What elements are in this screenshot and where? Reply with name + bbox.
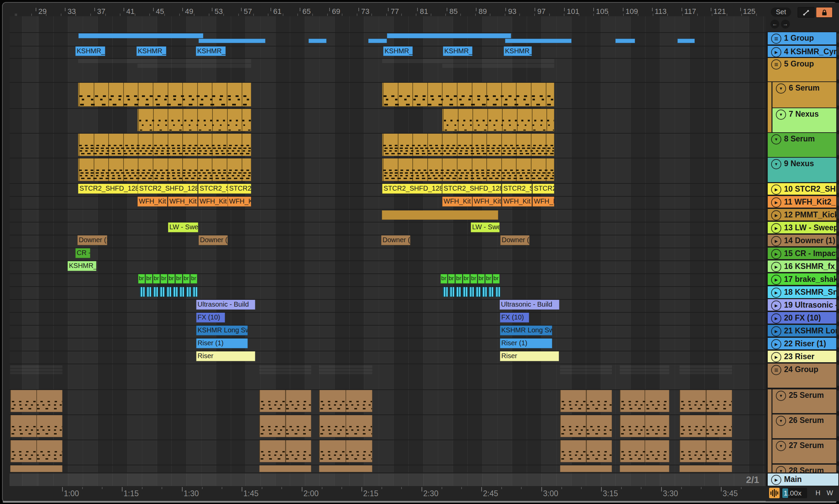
lw-sweep-clip[interactable]: LW - Swe [168,222,198,232]
wfh-kit-clip[interactable]: WFH_Kit [198,196,228,206]
brake-shak-clip[interactable]: br [153,274,160,284]
track-header-9-nexus[interactable]: ▼9 Nexus [768,158,836,182]
kshmr-cym-clip[interactable]: KSHMR_ [504,46,532,56]
wfh-kit-clip[interactable]: WFH_Kit [138,196,167,206]
play-icon[interactable]: ▶ [771,339,781,349]
play-icon[interactable]: ▶ [771,236,781,246]
pmmt-kick-clip[interactable] [382,210,498,220]
kshmr-sn-clip[interactable] [495,287,500,297]
brake-shak-clip[interactable]: br [455,274,462,284]
time-ruler[interactable]: 1:001:151:301:452:002:152:302:453:003:15… [10,487,766,501]
track-header-15-cr-impact[interactable]: ▶15 CR - Impact [768,248,836,259]
serum-26-clip[interactable] [319,415,372,437]
kshmr-sn-clip[interactable] [159,287,164,297]
serum-27-clip[interactable] [560,440,612,462]
group-1-clip[interactable] [368,39,387,43]
wfh-kit-clip[interactable]: WFH_Kit [168,196,197,206]
brake-shak-clip[interactable]: br [485,274,492,284]
nexus-9-clip[interactable] [382,158,554,181]
kshmr-sn-clip[interactable] [153,287,158,297]
kshmr-fx-clip[interactable]: KSHMR_ [68,261,97,271]
window-bottom-scrollbar[interactable] [3,501,836,503]
track-header-5-group[interactable]: ≡5 Group [768,58,836,82]
track-header-14-downer-1[interactable]: ▶14 Downer (1) [768,235,836,246]
brake-shak-clip[interactable]: br [478,274,485,284]
play-icon[interactable]: ▶ [771,326,781,337]
downer-clip[interactable]: Downer (1) [381,235,410,245]
group-fold-icon[interactable]: ≡ [771,365,781,375]
serum-27-clip[interactable] [319,440,372,462]
group-fold-icon[interactable]: ≡ [771,59,781,70]
serum-26-clip[interactable] [680,415,732,437]
play-icon[interactable]: ▶ [771,223,781,233]
chevron-down-icon[interactable]: ▼ [776,416,786,426]
serum-28-clip[interactable] [620,465,669,472]
serum-28-clip[interactable] [259,465,311,472]
chevron-down-icon[interactable]: ▼ [776,110,786,120]
wfh-kit-clip[interactable]: WFH_Kit [442,196,472,206]
serum-26-clip[interactable] [560,415,612,437]
brake-shak-clip[interactable]: br [190,274,197,284]
stcr2-clip[interactable]: STCR2_SHFD_128 [442,183,501,194]
fx-10-clip[interactable]: FX (10) [196,312,225,323]
set-button[interactable]: Set [771,7,791,17]
brake-shak-clip[interactable]: br [493,274,500,284]
brake-shak-clip[interactable]: br [175,274,182,284]
serum-25-clip[interactable] [259,390,311,412]
riser-1-clip[interactable]: Riser (1) [196,338,248,348]
kshmr-sn-clip[interactable] [179,287,184,297]
wfh-kit-clip[interactable]: WFH_Kit [228,196,251,206]
group-1-clip[interactable] [198,39,265,43]
brake-shak-clip[interactable]: br [145,274,152,284]
serum-25-clip[interactable] [10,390,63,412]
wfh-kit-clip[interactable]: WFH_Kit [472,196,501,206]
serum-28-clip[interactable] [319,465,372,472]
draw-link-tool-button[interactable] [798,7,815,18]
kshmr-sn-clip[interactable] [488,287,493,297]
stcr2-clip[interactable]: STCR2_SHFD_128 [382,183,442,194]
play-icon[interactable]: ▶ [771,197,781,208]
serum-26-clip[interactable] [10,415,63,437]
kshmr-cym-clip[interactable]: KSHMR_ [196,46,226,56]
stcr2-clip[interactable]: STCR2_SHFD_128 [228,183,251,194]
chevron-down-icon[interactable]: ▼ [776,441,786,451]
serum-26-clip[interactable] [620,415,669,437]
kshmr-sn-clip[interactable] [166,287,171,297]
ultrasonic-clip[interactable]: Ultrasonic - Build [500,300,559,310]
riser-clip[interactable]: Riser [196,351,255,361]
track-header-13-lw-sweep[interactable]: ▶13 LW - Sweep [768,222,836,233]
play-icon[interactable]: ▶ [771,249,781,259]
fx-10-clip[interactable]: FX (10) [500,312,529,323]
stcr2-clip[interactable]: STCR2_SHFD_128 [78,183,138,194]
serum-27-clip[interactable] [259,440,311,462]
kshmr-sn-clip[interactable] [173,287,178,297]
kshmr-sn-clip[interactable] [140,287,145,297]
brake-shak-clip[interactable]: br [183,274,190,284]
track-header-27-serum[interactable]: ▼27 Serum [772,439,836,463]
nexus-9-clip[interactable] [78,158,251,181]
stcr2-clip[interactable]: STCR2_SHFD_128 [138,183,197,194]
kshmr-cym-clip[interactable]: KSHMR_ [443,46,472,56]
lock-button[interactable] [816,7,833,18]
play-icon[interactable]: ▶ [771,301,781,311]
serum-26-clip[interactable] [259,415,311,437]
riser-clip[interactable]: Riser [500,351,559,361]
kshmr-sn-clip[interactable] [449,287,454,297]
serum-27-clip[interactable] [620,440,669,462]
brake-shak-clip[interactable]: br [470,274,477,284]
stcr2-clip[interactable]: STCR2_SHFD_128 [502,183,532,194]
nexus-7-clip[interactable] [442,109,554,131]
group-1-clip[interactable] [615,39,635,43]
downer-clip[interactable]: Downer (1) [198,235,228,245]
group-1-clip[interactable] [387,33,511,38]
group-1-clip[interactable] [678,39,695,43]
playback-speed-field[interactable]: 1.00x [781,488,807,498]
kshmr-sn-clip[interactable] [475,287,480,297]
track-header-main[interactable]: ▶Main [768,473,838,486]
track-header-28-serum[interactable]: ▼28 Serum [772,465,836,472]
serum-27-clip[interactable] [680,440,732,462]
kshmr-sn-clip[interactable] [456,287,461,297]
track-header-6-serum[interactable]: ▼6 Serum [772,82,836,108]
track-header-23-riser[interactable]: ▶23 Riser [768,351,836,362]
track-header-24-group[interactable]: ≡24 Group [768,364,836,388]
